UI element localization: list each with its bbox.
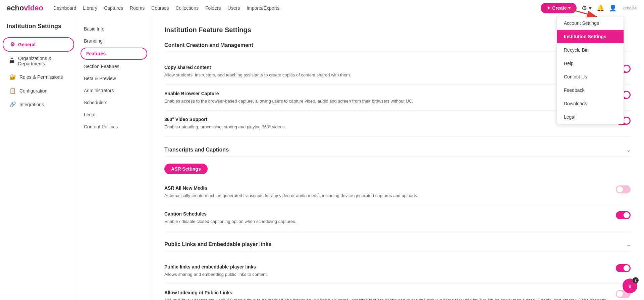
sidebar-item-general[interactable]: ⚙ General xyxy=(3,37,74,52)
public-links-title: Public Links and Embeddable player links… xyxy=(164,241,631,251)
arrow-annotation xyxy=(564,2,604,23)
toggle-public-links-label[interactable] xyxy=(616,264,631,272)
feature-caption-schedules-desc: Enable / disable closed captioning optio… xyxy=(164,218,609,225)
toggle-asr-all-label[interactable] xyxy=(616,185,631,193)
svg-line-1 xyxy=(567,8,597,17)
feature-360-video-name: 360° Video Support xyxy=(164,117,609,122)
feature-caption-schedules-name: Caption Schedules xyxy=(164,211,609,217)
orgs-icon: 🏛 xyxy=(9,58,15,64)
nav-library[interactable]: Library xyxy=(83,5,97,11)
settings-dropdown-menu: Account Settings Institution Settings Re… xyxy=(557,16,624,124)
roles-icon: 🔐 xyxy=(9,74,16,80)
feature-browser-capture-desc: Enables access to the browser-based capt… xyxy=(164,98,609,105)
feature-browser-capture-name: Enable Browser Capture xyxy=(164,91,609,96)
dropdown-contact-us[interactable]: Contact Us xyxy=(557,70,624,83)
transcripts-section: Transcripts and Captions ⌄ ASR Settings … xyxy=(164,147,631,231)
dropdown-recycle-bin[interactable]: Recycle Bin xyxy=(557,43,624,57)
feature-allow-indexing-name: Allow Indexing of Public Links xyxy=(164,290,609,295)
feature-copy-shared-text: Copy shared content Allow students, inst… xyxy=(164,65,616,78)
feature-allow-indexing-text: Allow Indexing of Public Links Allows pu… xyxy=(164,290,616,300)
sidebar-item-orgs[interactable]: 🏛 Organizations & Departments xyxy=(3,52,74,70)
feature-allow-indexing: Allow Indexing of Public Links Allows pu… xyxy=(164,284,631,300)
nav-imports-exports[interactable]: Imports/Exports xyxy=(247,5,279,11)
middle-item-features[interactable]: Features xyxy=(80,48,147,60)
nav-captures[interactable]: Captures xyxy=(104,5,123,11)
feature-copy-shared-desc: Allow students, instructors, and teachin… xyxy=(164,72,609,78)
dropdown-help[interactable]: Help xyxy=(557,57,624,70)
middle-panel: Basic Info Branding Features Section Fea… xyxy=(77,16,151,300)
dropdown-downloads[interactable]: Downloads xyxy=(557,97,624,110)
toggle-public-links-slider xyxy=(616,264,631,272)
sidebar-label-integrations: Integrations xyxy=(19,102,44,107)
logo-echo: echo xyxy=(7,4,24,12)
config-icon: 📋 xyxy=(9,87,16,94)
middle-item-basic-info[interactable]: Basic Info xyxy=(77,23,151,35)
sidebar-label-general: General xyxy=(18,42,36,47)
transcripts-chevron[interactable]: ⌄ xyxy=(626,147,631,153)
dropdown-feedback[interactable]: Feedback xyxy=(557,83,624,97)
toggle-asr-all[interactable] xyxy=(616,185,631,193)
feature-360-video-text: 360° Video Support Enable uploading, pro… xyxy=(164,117,616,130)
logo-video: video xyxy=(24,4,43,12)
feature-asr-all-desc: Automatically create machine generated t… xyxy=(164,192,609,199)
public-links-label: Public Links and Embeddable player links xyxy=(164,241,271,247)
gear-icon: ⚙ xyxy=(10,41,15,48)
feature-asr-all: ASR All New Media Automatically create m… xyxy=(164,179,631,205)
echo-label: e xyxy=(629,283,632,289)
sidebar-label-orgs: Organizations & Departments xyxy=(18,56,67,66)
feature-public-links-desc: Allows sharing and embedding public link… xyxy=(164,271,609,278)
transcripts-label: Transcripts and Captions xyxy=(164,147,229,153)
integrations-icon: 🔗 xyxy=(9,101,16,108)
sidebar-item-roles[interactable]: 🔐 Roles & Permissions xyxy=(3,70,74,83)
middle-item-content-policies[interactable]: Content Policies xyxy=(77,121,151,133)
nav-rooms[interactable]: Rooms xyxy=(130,5,145,11)
sidebar-item-integrations[interactable]: 🔗 Integrations xyxy=(3,98,74,111)
logo: echovideo xyxy=(7,4,43,12)
middle-item-administrators[interactable]: Administrators xyxy=(77,84,151,97)
echo-chat-button[interactable]: e 2 xyxy=(623,279,637,293)
transcripts-title: Transcripts and Captions ⌄ xyxy=(164,147,631,157)
toggle-public-links[interactable] xyxy=(616,264,631,272)
toggle-caption-schedules[interactable] xyxy=(616,211,631,219)
toggle-caption-schedules-slider xyxy=(616,211,631,219)
page-layout: Institution Settings ⚙ General 🏛 Organiz… xyxy=(0,16,644,300)
feature-asr-all-text: ASR All New Media Automatically create m… xyxy=(164,185,616,199)
middle-item-beta-preview[interactable]: Beta & Preview xyxy=(77,72,151,84)
nav-collections[interactable]: Collections xyxy=(175,5,198,11)
content-creation-label: Content Creation and Management xyxy=(164,42,253,48)
feature-browser-capture-text: Enable Browser Capture Enables access to… xyxy=(164,91,616,105)
page-title: Institution Settings xyxy=(0,23,77,37)
feature-asr-all-name: ASR All New Media xyxy=(164,185,609,191)
feature-public-links-text: Public links and embeddable player links… xyxy=(164,264,616,278)
middle-item-branding[interactable]: Branding xyxy=(77,35,151,47)
nav-folders[interactable]: Folders xyxy=(205,5,221,11)
user-profile-button[interactable]: 👤 xyxy=(609,4,616,12)
nav-dashboard[interactable]: Dashboard xyxy=(53,5,76,11)
asr-settings-button[interactable]: ASR Settings xyxy=(164,164,208,174)
nav-users[interactable]: Users xyxy=(228,5,240,11)
sidebar-label-roles: Roles & Permissions xyxy=(19,74,63,80)
middle-item-section-features[interactable]: Section Features xyxy=(77,60,151,72)
feature-public-links: Public links and embeddable player links… xyxy=(164,258,631,284)
sidebar-item-config[interactable]: 📋 Configuration xyxy=(3,84,74,97)
top-navigation: echovideo Dashboard Library Captures Roo… xyxy=(0,0,644,16)
dropdown-institution-settings[interactable]: Institution Settings xyxy=(557,30,624,43)
nav-links: Dashboard Library Captures Rooms Courses… xyxy=(53,5,279,11)
nav-courses[interactable]: Courses xyxy=(151,5,169,11)
left-sidebar: Institution Settings ⚙ General 🏛 Organiz… xyxy=(0,16,77,300)
feature-360-video-desc: Enable uploading, processing, storing an… xyxy=(164,124,609,130)
public-links-chevron[interactable]: ⌄ xyxy=(626,241,631,248)
middle-item-schedulers[interactable]: Schedulers xyxy=(77,97,151,109)
feature-allow-indexing-desc: Allows publicly accessible Echo360 media… xyxy=(164,297,609,300)
middle-item-legal[interactable]: Legal xyxy=(77,109,151,121)
feature-caption-schedules: Caption Schedules Enable / disable close… xyxy=(164,205,631,231)
feature-caption-schedules-text: Caption Schedules Enable / disable close… xyxy=(164,211,616,225)
echo-badge-count: 2 xyxy=(633,277,639,283)
dropdown-legal[interactable]: Legal xyxy=(557,110,624,124)
toggle-asr-all-slider xyxy=(616,185,631,193)
sidebar-label-config: Configuration xyxy=(19,88,47,94)
toggle-caption-schedules-label[interactable] xyxy=(616,211,631,219)
feature-copy-shared-name: Copy shared content xyxy=(164,65,609,70)
public-links-section: Public Links and Embeddable player links… xyxy=(164,241,631,300)
feature-public-links-name: Public links and embeddable player links xyxy=(164,264,609,269)
